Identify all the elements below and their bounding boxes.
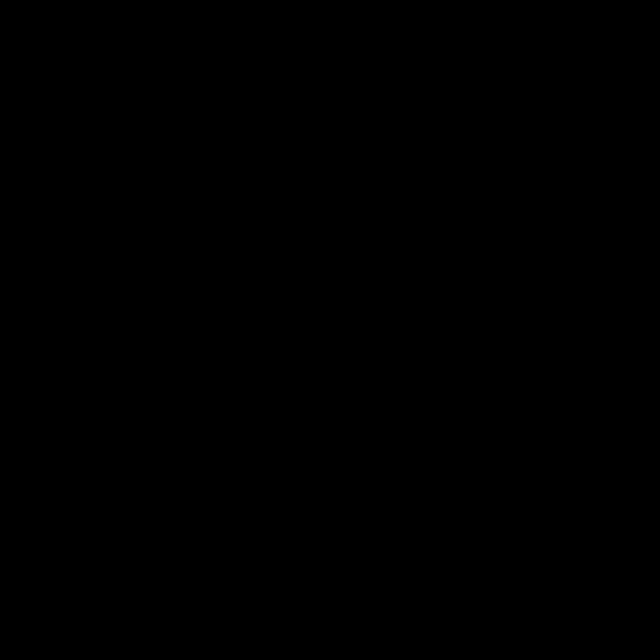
bottleneck-heatmap bbox=[24, 24, 620, 620]
marker-dot bbox=[0, 0, 3, 3]
chart-container bbox=[0, 0, 644, 644]
crosshair-horizontal bbox=[24, 0, 620, 1]
crosshair-vertical bbox=[0, 24, 1, 620]
